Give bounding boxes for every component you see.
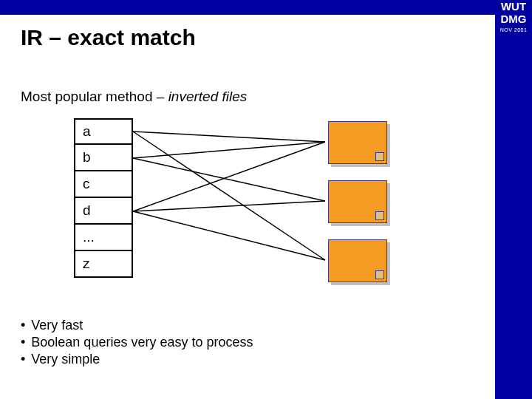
slide-subtitle: Most popular method – inverted files	[21, 89, 247, 105]
inverted-files-diagram: a b c d ... z	[74, 118, 443, 303]
term-label: z	[83, 256, 90, 272]
org-line-2: DMG	[495, 13, 532, 25]
svg-line-1	[133, 132, 325, 260]
svg-line-3	[133, 158, 325, 201]
header-date: NOV 2001	[495, 27, 532, 33]
list-item: Boolean queries very easy to process	[21, 335, 253, 350]
page-fold-icon	[375, 270, 384, 279]
term-box: c	[74, 171, 133, 198]
slide: WUT DMG NOV 2001 IR – exact match Most p…	[0, 0, 532, 399]
page-fold-icon	[375, 211, 384, 220]
document-icon	[328, 239, 387, 282]
term-box: a	[74, 118, 133, 145]
page-fold-icon	[375, 152, 384, 161]
svg-line-4	[133, 142, 325, 211]
side-bar	[495, 15, 532, 399]
term-column: a b c d ... z	[74, 118, 133, 278]
svg-line-0	[133, 132, 325, 142]
term-box: ...	[74, 225, 133, 251]
top-bar	[0, 0, 532, 15]
document-icon	[328, 121, 387, 164]
document-icon	[328, 180, 387, 223]
svg-line-6	[133, 211, 325, 260]
term-label: a	[83, 123, 91, 140]
subtitle-italic: inverted files	[168, 89, 248, 104]
subtitle-plain: Most popular method –	[21, 89, 168, 104]
header-badge: WUT DMG NOV 2001	[495, 0, 532, 33]
list-item: Very simple	[21, 352, 253, 367]
term-box: z	[74, 251, 133, 278]
slide-title: IR – exact match	[21, 25, 196, 50]
term-label: ...	[83, 229, 95, 245]
bullet-list: Very fast Boolean queries very easy to p…	[21, 318, 253, 369]
term-label: b	[83, 149, 91, 166]
svg-line-2	[133, 142, 325, 158]
term-label: c	[83, 176, 90, 192]
svg-line-5	[133, 201, 325, 211]
term-label: d	[83, 202, 91, 219]
term-box: d	[74, 198, 133, 225]
org-line-1: WUT	[495, 0, 532, 13]
term-box: b	[74, 145, 133, 171]
list-item: Very fast	[21, 318, 253, 333]
